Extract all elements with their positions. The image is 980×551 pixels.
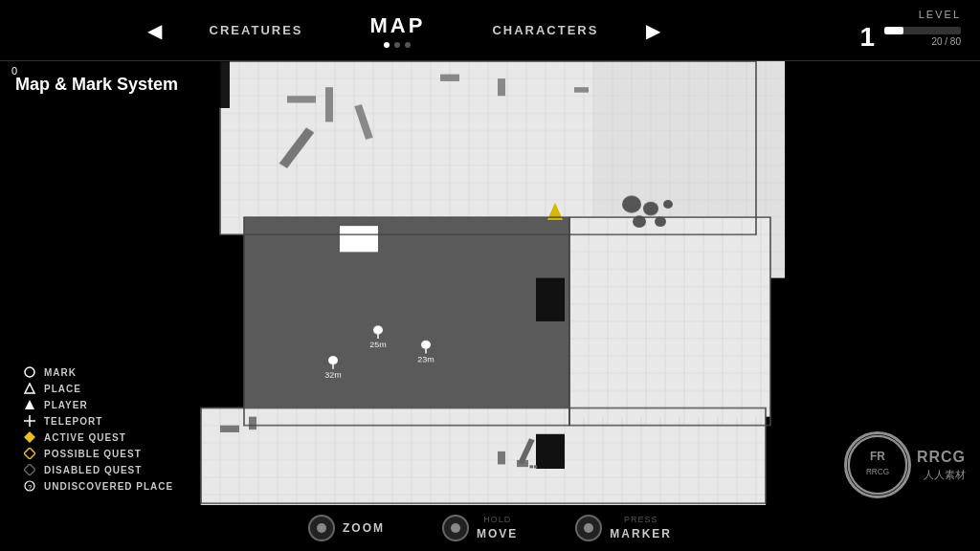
legend-mark: MARK bbox=[23, 365, 173, 379]
place-icon bbox=[23, 382, 36, 395]
player-icon bbox=[23, 398, 36, 411]
title-panel: Map & Mark System bbox=[0, 61, 230, 108]
zoom-icon-inner bbox=[317, 523, 326, 533]
svg-point-10 bbox=[849, 436, 906, 494]
map-title: MAP bbox=[370, 13, 426, 38]
legend-undiscovered-label: UNDISCOVERED PLACE bbox=[44, 481, 173, 492]
svg-marker-7 bbox=[24, 464, 35, 475]
legend-disabled-quest-label: DISABLED QUEST bbox=[44, 465, 142, 475]
active-quest-icon bbox=[23, 430, 36, 444]
move-icon-inner bbox=[451, 523, 460, 533]
dot-1 bbox=[384, 42, 390, 48]
move-icon bbox=[442, 515, 469, 541]
legend-undiscovered: ? UNDISCOVERED PLACE bbox=[23, 479, 173, 493]
svg-marker-1 bbox=[25, 384, 34, 393]
creatures-button[interactable]: CREATURES bbox=[181, 23, 332, 37]
nav-arrow-right[interactable]: ▶ bbox=[627, 19, 679, 42]
move-label-group: HOLD MOVE bbox=[477, 515, 518, 541]
nav-arrow-left[interactable]: ◀ bbox=[128, 19, 181, 42]
legend-active-quest: ACTIVE QUEST bbox=[23, 430, 173, 444]
legend-teleport-label: TELEPORT bbox=[44, 416, 102, 427]
zoom-label: ZOOM bbox=[343, 521, 385, 535]
move-control: HOLD MOVE bbox=[442, 515, 518, 541]
xp-text: 20 / 80 bbox=[884, 36, 961, 47]
watermark-wrapper: FR RRCG RRCG 人人素材 bbox=[844, 431, 966, 498]
possible-quest-icon bbox=[23, 447, 36, 460]
watermark-text-block: RRCG 人人素材 bbox=[917, 449, 966, 482]
page-title: Map & Mark System bbox=[15, 75, 178, 94]
watermark-circle: FR RRCG bbox=[844, 431, 911, 498]
undiscovered-icon: ? bbox=[23, 479, 36, 493]
marker-label: MARKER bbox=[610, 527, 672, 540]
legend-possible-quest: POSSIBLE QUEST bbox=[23, 447, 173, 460]
watermark-chinese: 人人素材 bbox=[917, 468, 966, 482]
zoom-control: ZOOM bbox=[308, 515, 385, 541]
watermark-rrcg: RRCG bbox=[917, 449, 966, 466]
bottom-controls-bar: ZOOM HOLD MOVE PRESS MARKER bbox=[0, 505, 980, 551]
legend-disabled-quest: DISABLED QUEST bbox=[23, 463, 173, 476]
characters-button[interactable]: CHARACTERS bbox=[463, 23, 627, 37]
level-number: 1 bbox=[859, 22, 875, 53]
svg-marker-5 bbox=[24, 431, 35, 443]
legend-teleport: TELEPORT bbox=[23, 414, 173, 428]
level-panel: LEVEL 1 20 / 80 bbox=[808, 9, 980, 53]
score-display: 0 bbox=[11, 65, 17, 77]
svg-text:FR: FR bbox=[870, 450, 885, 463]
xp-bar-container: 20 / 80 bbox=[884, 27, 961, 47]
score-value: 0 bbox=[11, 65, 17, 77]
legend-place-label: PLACE bbox=[44, 384, 81, 394]
mark-icon bbox=[23, 365, 36, 379]
level-label: LEVEL bbox=[919, 9, 961, 20]
legend-player: PLAYER bbox=[23, 398, 173, 411]
top-navigation-bar: ◀ CREATURES MAP CHARACTERS ▶ LEVEL 1 20 … bbox=[0, 0, 980, 61]
legend-place: PLACE bbox=[23, 382, 173, 395]
svg-text:?: ? bbox=[28, 483, 33, 492]
legend-possible-quest-label: POSSIBLE QUEST bbox=[44, 449, 142, 459]
map-page-dots bbox=[384, 42, 411, 48]
watermark: FR RRCG RRCG 人人素材 bbox=[844, 431, 966, 498]
svg-text:RRCG: RRCG bbox=[866, 468, 889, 476]
marker-icon bbox=[575, 515, 602, 541]
move-label: MOVE bbox=[477, 527, 518, 540]
legend-player-label: PLAYER bbox=[44, 400, 88, 410]
marker-icon-inner bbox=[584, 523, 593, 533]
move-sub: HOLD bbox=[477, 515, 518, 524]
legend-mark-label: MARK bbox=[44, 367, 77, 378]
xp-fill bbox=[884, 27, 903, 34]
svg-point-0 bbox=[25, 367, 34, 377]
legend-active-quest-label: ACTIVE QUEST bbox=[44, 432, 126, 443]
level-row: 1 20 / 80 bbox=[859, 22, 961, 53]
nav-left: ◀ CREATURES MAP CHARACTERS ▶ bbox=[0, 13, 808, 48]
legend-panel: MARK PLACE PLAYER TELEPORT ACTIVE QUEST bbox=[10, 356, 187, 505]
map-center: MAP bbox=[332, 13, 464, 48]
svg-marker-6 bbox=[24, 448, 35, 459]
marker-label-group: PRESS MARKER bbox=[610, 515, 672, 541]
dot-2 bbox=[394, 42, 400, 48]
svg-marker-2 bbox=[25, 400, 34, 409]
marker-control: PRESS MARKER bbox=[575, 515, 672, 541]
watermark-logo: FR RRCG bbox=[847, 431, 908, 498]
xp-bar bbox=[884, 27, 961, 34]
zoom-icon bbox=[308, 515, 335, 541]
dot-3 bbox=[405, 42, 411, 48]
disabled-quest-icon bbox=[23, 463, 36, 476]
teleport-icon bbox=[23, 414, 36, 428]
marker-sub: PRESS bbox=[610, 515, 672, 524]
